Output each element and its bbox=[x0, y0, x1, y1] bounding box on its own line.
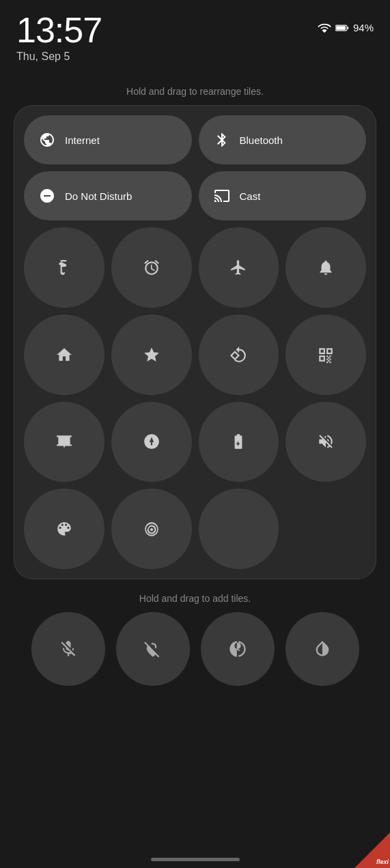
screen-record-icon bbox=[55, 433, 73, 450]
bell-icon bbox=[317, 259, 335, 276]
second-wide-row: Do Not Disturb Cast bbox=[24, 171, 366, 220]
hotspot-icon bbox=[143, 520, 161, 538]
color-invert-tile[interactable] bbox=[285, 612, 359, 686]
mic-off-tile[interactable] bbox=[31, 612, 105, 686]
data-saver-tile[interactable] bbox=[111, 402, 192, 482]
rotation-icon bbox=[229, 346, 247, 364]
airplane-tile[interactable] bbox=[199, 227, 279, 308]
cast-tile[interactable]: Cast bbox=[199, 171, 367, 220]
qr-icon bbox=[317, 346, 335, 364]
data-saver-icon bbox=[143, 433, 161, 450]
date: Thu, Sep 5 bbox=[16, 50, 102, 63]
do-not-disturb-tile[interactable]: Do Not Disturb bbox=[24, 171, 192, 220]
small-tiles-grid bbox=[24, 227, 366, 569]
flashlight-icon bbox=[55, 259, 73, 276]
svg-rect-3 bbox=[62, 260, 67, 261]
home-tile[interactable] bbox=[24, 315, 105, 395]
color-invert-icon bbox=[313, 639, 332, 659]
theme-icon bbox=[55, 520, 73, 538]
svg-rect-2 bbox=[336, 26, 346, 29]
screen-record-tile[interactable] bbox=[24, 402, 105, 482]
home-indicator bbox=[151, 858, 240, 861]
flexi-label: flexi bbox=[376, 858, 389, 865]
battery-percentage: 94% bbox=[353, 22, 374, 33]
alarm-icon bbox=[143, 259, 161, 276]
battery-icon bbox=[335, 23, 349, 33]
minus-circle-icon bbox=[39, 188, 55, 204]
flashlight-tile[interactable] bbox=[24, 227, 105, 308]
bluetooth-label: Bluetooth bbox=[240, 134, 283, 146]
svg-rect-1 bbox=[347, 27, 348, 29]
data-usage-tile[interactable] bbox=[201, 612, 275, 686]
cast-icon bbox=[214, 188, 230, 204]
cast-label: Cast bbox=[240, 190, 261, 202]
clock: 13:57 bbox=[16, 12, 102, 48]
alarm-tile[interactable] bbox=[111, 227, 192, 308]
airplane-icon bbox=[229, 259, 247, 276]
svg-point-4 bbox=[62, 439, 67, 444]
top-wide-row: Internet Bluetooth bbox=[24, 115, 366, 164]
theme-tile[interactable] bbox=[24, 489, 105, 569]
bluetooth-tile[interactable]: Bluetooth bbox=[199, 115, 367, 164]
status-bar: 13:57 Thu, Sep 5 94% bbox=[0, 0, 390, 70]
qr-tile[interactable] bbox=[285, 315, 366, 395]
location-off-icon bbox=[143, 639, 163, 659]
data-usage-icon bbox=[228, 639, 247, 659]
battery-saver-tile[interactable] bbox=[199, 402, 279, 482]
internet-tile[interactable]: Internet bbox=[24, 115, 192, 164]
globe-icon bbox=[39, 132, 55, 148]
empty-tile bbox=[199, 489, 279, 569]
internet-label: Internet bbox=[65, 134, 100, 146]
rearrange-hint: Hold and drag to rearrange tiles. bbox=[0, 86, 390, 97]
battery-saver-icon bbox=[229, 433, 247, 450]
location-off-tile[interactable] bbox=[116, 612, 190, 686]
mute-icon bbox=[317, 433, 335, 450]
home-icon bbox=[55, 346, 73, 364]
favorite-tile[interactable] bbox=[111, 315, 192, 395]
bell-tile[interactable] bbox=[285, 227, 366, 308]
mic-off-icon bbox=[59, 639, 78, 659]
dnd-label: Do Not Disturb bbox=[65, 190, 132, 202]
status-icons: 94% bbox=[318, 22, 374, 33]
bluetooth-icon bbox=[214, 132, 230, 148]
tiles-panel: Internet Bluetooth Do Not Disturb bbox=[14, 105, 376, 579]
add-hint: Hold and drag to add tiles. bbox=[0, 593, 390, 604]
mute-tile[interactable] bbox=[285, 402, 366, 482]
hotspot-tile[interactable] bbox=[111, 489, 192, 569]
rotation-tile[interactable] bbox=[199, 315, 279, 395]
wifi-icon bbox=[318, 23, 331, 33]
add-tiles-row bbox=[0, 612, 390, 686]
star-icon bbox=[143, 346, 161, 364]
flexi-badge: flexi bbox=[354, 833, 390, 868]
